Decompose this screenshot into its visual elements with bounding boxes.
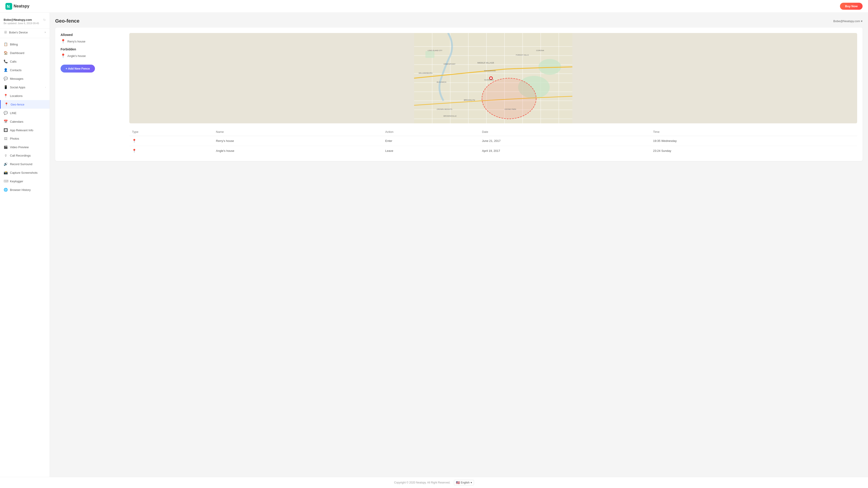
svg-text:CROWN HEIGHTS: CROWN HEIGHTS	[437, 108, 452, 110]
sidebar-item-browser-history[interactable]: 🌐 Browser History	[0, 186, 50, 194]
sidebar-item-capture-screenshots[interactable]: 📸 Capture Screenshots	[0, 168, 50, 177]
sidebar-item-label: Geo-fence	[11, 103, 46, 106]
sidebar-item-video-preview[interactable]: 🎬 Video Preview	[0, 143, 50, 151]
sidebar-item-geo-fence[interactable]: 📍 Geo-fence	[0, 100, 50, 109]
table-pin-icon: 📍	[132, 139, 136, 143]
sidebar-item-messages[interactable]: 💬 Messages	[0, 74, 50, 83]
nav-icon-browser-history: 🌐	[4, 188, 8, 192]
table-header-cell: Action	[382, 128, 479, 136]
table-pin-icon: 📍	[132, 149, 136, 153]
svg-text:N: N	[7, 4, 10, 9]
buy-now-button[interactable]: Buy Now	[840, 3, 863, 10]
chevron-down-icon: ▾	[861, 20, 863, 23]
user-email: Bobe@Neatspy.com	[4, 18, 39, 22]
nav-icon-photos: 🖼	[4, 137, 8, 140]
sidebar-item-dashboard[interactable]: 🏠 Dashboard	[0, 48, 50, 57]
language-label: English	[461, 481, 469, 484]
sidebar-item-label: Keylogger	[10, 180, 46, 183]
sidebar-item-keylogger[interactable]: ⌨ Keylogger	[0, 177, 50, 186]
nav-icon-video-preview: 🎬	[4, 145, 8, 149]
forbidden-items: 📍Angle's house	[61, 53, 124, 58]
allowed-fence-name: Rerry's house	[67, 40, 86, 43]
table-row: 📍 Angle's house Leave April 19, 2017 23:…	[129, 146, 857, 156]
sidebar-item-label: Dashboard	[10, 51, 46, 55]
sidebar-item-label: Video Preview	[10, 145, 46, 149]
nav-icon-social-apps: 📱	[4, 85, 8, 89]
map-svg: MIDDLE VILLAGE RIDGEWOOD GLENDALE BROOKL…	[129, 33, 857, 123]
table-cell-name: Rerry's house	[213, 136, 382, 146]
sidebar-item-call-recordings[interactable]: 🎙 Call Recordings	[0, 151, 50, 160]
refresh-icon[interactable]: ↻	[43, 18, 46, 22]
sidebar-item-label: Photos	[10, 137, 46, 140]
map-container: MIDDLE VILLAGE RIDGEWOOD GLENDALE BROOKL…	[129, 33, 857, 123]
copyright-text: Copyright © 2020 Neatspy. All Right Rese…	[394, 481, 450, 484]
sidebar-item-billing[interactable]: 📋 Billing	[0, 40, 50, 48]
sidebar-item-contacts[interactable]: 👤 Contacts	[0, 66, 50, 74]
allowed-items: 📍Rerry's house	[61, 39, 124, 44]
geofence-panel: Allowed 📍Rerry's house Forbidden 📍Angle'…	[61, 33, 124, 156]
forbidden-fence-item: 📍Angle's house	[61, 53, 124, 58]
table-body: 📍 Rerry's house Enter June 21, 2017 19:3…	[129, 136, 857, 156]
svg-text:OZONE PARK: OZONE PARK	[504, 108, 517, 110]
svg-text:BROWNSVILLE: BROWNSVILLE	[443, 115, 457, 117]
table-cell-action: Leave	[382, 146, 479, 156]
sidebar-item-label: App Relevant Info	[10, 129, 46, 132]
sidebar-item-app-relevant-info[interactable]: 🔲 App Relevant Info	[0, 126, 50, 134]
nav-icon-line: 💬	[4, 111, 8, 115]
device-row[interactable]: 🖥 Bobe's Device ▾	[0, 28, 50, 36]
nav-icon-keylogger: ⌨	[4, 179, 8, 183]
chevron-down-icon: ▾	[44, 31, 46, 34]
main-content: Geo-fence Bobe@Neatspy.com ▾ Allowed 📍Re…	[50, 13, 868, 488]
table-header-row: TypeNameActionDateTime	[129, 128, 857, 136]
svg-rect-22	[426, 51, 434, 58]
nav-icon-call-recordings: 🎙	[4, 154, 8, 158]
svg-text:FOREST HILLS: FOREST HILLS	[516, 54, 529, 56]
nav-icon-geo-fence: 📍	[4, 102, 8, 106]
logo-icon: N	[5, 3, 12, 10]
add-new-fence-button[interactable]: + Add New Fence	[61, 65, 95, 72]
table-row: 📍 Rerry's house Enter June 21, 2017 19:3…	[129, 136, 857, 146]
svg-text:BROOKLYN: BROOKLYN	[464, 99, 475, 101]
layout: Bobe@Neatspy.com Be updated: June 6, 201…	[0, 13, 868, 488]
sidebar-item-social-apps[interactable]: 📱 Social Apps ›	[0, 83, 50, 92]
sidebar-item-label: Messages	[10, 77, 46, 80]
forbidden-fence-name: Angle's house	[67, 54, 86, 58]
logo-text: Neatspy	[13, 4, 29, 8]
allowed-fence-item: 📍Rerry's house	[61, 39, 124, 44]
table-header-cell: Time	[650, 128, 857, 136]
table-cell-date: June 21, 2017	[479, 136, 650, 146]
sidebar-item-label: Capture Screenshots	[10, 171, 46, 174]
footer: Copyright © 2020 Neatspy. All Right Rese…	[0, 477, 868, 488]
table-cell-type: 📍	[129, 146, 213, 156]
forbidden-section-title: Forbidden	[61, 47, 124, 51]
sidebar-item-label: LINE	[10, 111, 46, 115]
svg-text:RIDGEWOOD: RIDGEWOOD	[484, 70, 496, 72]
sidebar-item-line[interactable]: 💬 LINE	[0, 109, 50, 117]
sidebar-item-label: Calls	[10, 60, 46, 63]
user-updated: Be updated: June 6, 2019 09:45	[4, 22, 39, 25]
sidebar-item-label: Billing	[10, 43, 46, 46]
sidebar-item-photos[interactable]: 🖼 Photos	[0, 134, 50, 143]
device-name: 🖥 Bobe's Device	[4, 30, 28, 34]
table-header-cell: Type	[129, 128, 213, 136]
sidebar-item-locations[interactable]: 📍 Locations	[0, 92, 50, 100]
page-header: Geo-fence Bobe@Neatspy.com ▾	[55, 18, 863, 24]
sidebar: Bobe@Neatspy.com Be updated: June 6, 201…	[0, 13, 50, 488]
nav-icon-calls: 📞	[4, 59, 8, 64]
nav-icon-locations: 📍	[4, 94, 8, 98]
user-account[interactable]: Bobe@Neatspy.com ▾	[833, 20, 863, 23]
language-selector[interactable]: 🇺🇸 English ▾	[454, 480, 474, 485]
svg-text:BUSHWICK: BUSHWICK	[437, 81, 447, 83]
geofence-map-area: MIDDLE VILLAGE RIDGEWOOD GLENDALE BROOKL…	[129, 33, 857, 156]
device-icon: 🖥	[4, 30, 7, 34]
allowed-pin-icon: 📍	[61, 39, 66, 44]
geofence-layout: Allowed 📍Rerry's house Forbidden 📍Angle'…	[61, 33, 857, 156]
nav-icon-billing: 📋	[4, 42, 8, 46]
content-card: Allowed 📍Rerry's house Forbidden 📍Angle'…	[55, 28, 863, 161]
svg-text:CORONA: CORONA	[536, 50, 544, 52]
sidebar-item-label: Contacts	[10, 68, 46, 72]
sidebar-item-calls[interactable]: 📞 Calls	[0, 57, 50, 66]
sidebar-item-label: Record Surround	[10, 162, 46, 166]
sidebar-item-record-surround[interactable]: 🔊 Record Surround	[0, 160, 50, 168]
sidebar-item-calendars[interactable]: 📅 Calendars	[0, 117, 50, 126]
